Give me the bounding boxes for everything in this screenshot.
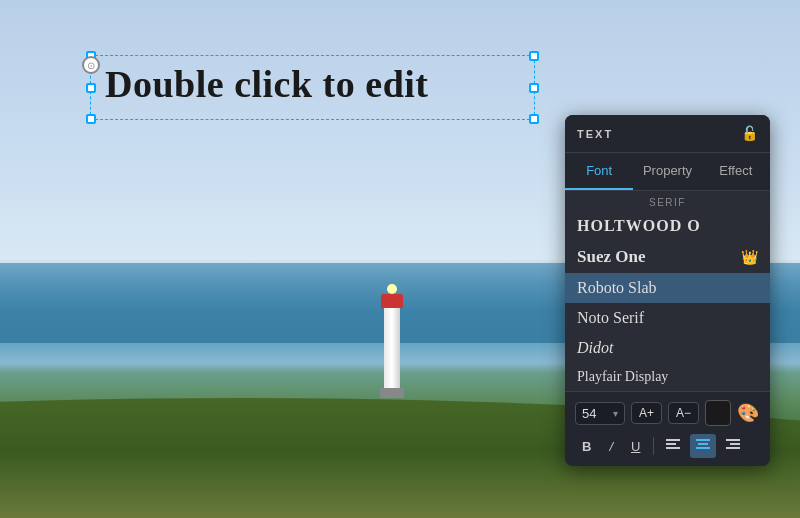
bold-button[interactable]: B [575, 435, 598, 458]
text-toolbar: 54 ▾ A+ A− 🎨 B / U [565, 391, 770, 466]
svg-rect-2 [666, 447, 680, 449]
font-size-chevron: ▾ [613, 408, 618, 419]
tab-font[interactable]: Font [565, 153, 633, 190]
font-name-roboto: Roboto Slab [577, 279, 657, 297]
font-size-value: 54 [582, 406, 613, 421]
font-list: SERIF HOLTWOOD O Suez One 👑 Roboto Slab … [565, 191, 770, 391]
font-item-noto[interactable]: Noto Serif [565, 303, 770, 333]
align-right-button[interactable] [720, 434, 746, 458]
lighthouse [380, 284, 404, 398]
align-center-button[interactable] [690, 434, 716, 458]
toolbar-row-size: 54 ▾ A+ A− 🎨 [575, 400, 760, 426]
font-size-box[interactable]: 54 ▾ [575, 402, 625, 425]
font-item-suez[interactable]: Suez One 👑 [565, 241, 770, 273]
panel-tabs: Font Property Effect [565, 153, 770, 191]
font-name-didot: Didot [577, 339, 613, 357]
canvas-text[interactable]: Double click to edit [105, 62, 428, 106]
lock-icon[interactable]: 🔓 [741, 125, 758, 142]
font-name-suez: Suez One [577, 247, 645, 267]
font-item-playfair[interactable]: Playfair Display [565, 363, 770, 391]
font-item-holtwood[interactable]: HOLTWOOD O [565, 211, 770, 241]
toolbar-row-format: B / U [575, 434, 760, 458]
font-category-serif: SERIF [565, 191, 770, 211]
svg-rect-7 [730, 443, 740, 445]
font-item-roboto[interactable]: Roboto Slab [565, 273, 770, 303]
svg-rect-6 [726, 439, 740, 441]
font-size-increase-button[interactable]: A+ [631, 402, 662, 424]
tab-property[interactable]: Property [633, 153, 701, 190]
svg-rect-5 [696, 447, 710, 449]
panel-header: TEXT 🔓 [565, 115, 770, 153]
font-item-didot[interactable]: Didot [565, 333, 770, 363]
color-palette-icon[interactable]: 🎨 [737, 402, 759, 424]
font-name-noto: Noto Serif [577, 309, 644, 327]
svg-rect-3 [696, 439, 710, 441]
panel-title: TEXT [577, 128, 613, 140]
color-swatch[interactable] [705, 400, 731, 426]
premium-icon-suez: 👑 [741, 249, 758, 266]
italic-button[interactable]: / [602, 435, 620, 458]
toolbar-divider [653, 437, 654, 455]
align-left-button[interactable] [660, 434, 686, 458]
font-name-holtwood: HOLTWOOD O [577, 217, 701, 235]
svg-rect-1 [666, 443, 676, 445]
underline-button[interactable]: U [624, 435, 647, 458]
tab-effect[interactable]: Effect [702, 153, 770, 190]
svg-rect-0 [666, 439, 680, 441]
svg-rect-4 [698, 443, 708, 445]
font-size-decrease-button[interactable]: A− [668, 402, 699, 424]
text-panel: TEXT 🔓 Font Property Effect SERIF HOLTWO… [565, 115, 770, 466]
svg-rect-8 [726, 447, 740, 449]
font-name-playfair: Playfair Display [577, 369, 668, 385]
